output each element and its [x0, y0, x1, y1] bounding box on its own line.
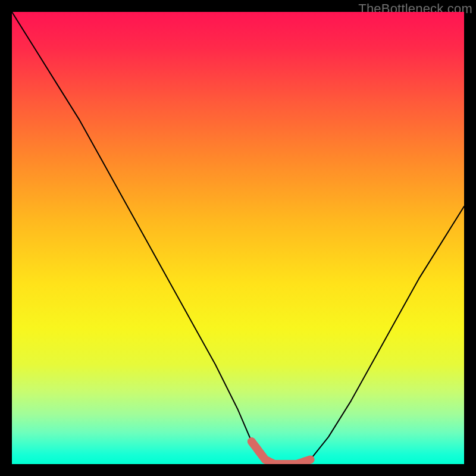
curve-bottleneck-curve: [12, 12, 464, 464]
plot-area: [12, 12, 464, 464]
line-chart: [12, 12, 464, 464]
chart-frame: TheBottleneck.com: [0, 0, 476, 476]
highlight-95-percent-zone: [252, 441, 311, 464]
